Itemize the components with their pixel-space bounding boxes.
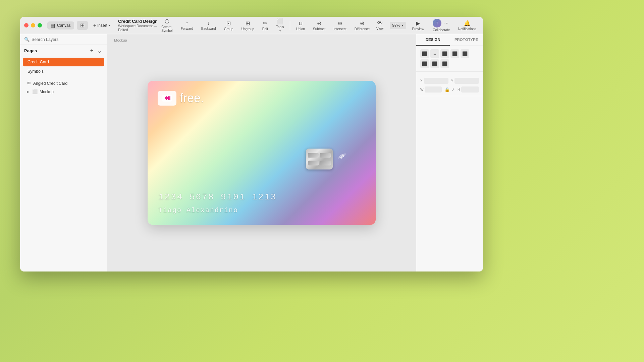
forward-label: Forward — [181, 27, 193, 31]
view-tool[interactable]: 👁 View — [373, 19, 387, 32]
difference-icon: ⊕ — [360, 20, 364, 26]
align-top-button[interactable]: ⬛ — [450, 49, 459, 58]
arrow-icon: ↗ — [451, 87, 455, 92]
create-symbol-icon: ⬡ — [165, 18, 169, 24]
bell-icon: 🔔 — [464, 20, 471, 26]
insert-button[interactable]: + Insert ▾ — [91, 21, 113, 30]
close-button[interactable] — [24, 23, 29, 27]
chip-cell — [308, 153, 319, 158]
tab-prototype[interactable]: PROTOTYPE — [450, 34, 483, 46]
main-content: 🔍 Pages + ⌄ Credit Card Symbols — [20, 34, 483, 272]
alignment-section: ⬛ ≡ ⬛ ⬛ ⬛ ⬛ ⬛ ⬛ — [416, 46, 483, 72]
toolbar-tools: ⬡ Create Symbol ↑ Forward ↓ Backward ⊡ G… — [158, 17, 373, 34]
chip-cell — [320, 161, 331, 165]
tab-design[interactable]: DESIGN — [416, 34, 450, 46]
h-field: H — [458, 86, 479, 93]
page-symbols[interactable]: Symbols — [23, 67, 104, 76]
align-center-v-button[interactable]: ⬛ — [461, 49, 469, 58]
right-panel: DESIGN PROTOTYPE ⬛ ≡ ⬛ ⬛ ⬛ ⬛ ⬛ ⬛ — [416, 34, 483, 272]
union-label: Union — [296, 27, 305, 31]
ungroup-tool[interactable]: ⊞ Ungroup — [238, 19, 257, 32]
x-input[interactable] — [424, 78, 448, 84]
page-credit-card[interactable]: Credit Card — [23, 58, 104, 66]
grid-view-button[interactable]: ⊞ — [77, 21, 88, 30]
avatar-area: T ··· — [433, 19, 450, 27]
group-tool[interactable]: ⊡ Group — [221, 19, 237, 32]
lock-field: 🔒 ↗ — [444, 86, 455, 93]
add-page-button[interactable]: + — [89, 47, 95, 55]
backward-tool[interactable]: ↓ Backward — [198, 19, 219, 32]
chip — [306, 149, 333, 170]
align-center-h-button[interactable]: ≡ — [430, 49, 439, 58]
layer-mockup[interactable]: ▶ ⬜ Mockup — [24, 87, 103, 96]
canvas-button[interactable]: ▤ Canvas — [47, 21, 74, 29]
card-holder-name: Tiago Alexandrino — [158, 206, 238, 214]
align-bottom-button[interactable]: ⬛ — [420, 59, 429, 68]
preview-button[interactable]: ▶ Preview — [409, 19, 428, 32]
distribute-h-button[interactable]: ⬛ — [430, 59, 439, 68]
divider — [290, 21, 290, 30]
layer-angled-credit-card[interactable]: 👁 Angled Credit Card — [24, 79, 103, 87]
x-field: X — [420, 78, 448, 84]
maximize-button[interactable] — [38, 23, 42, 27]
pages-section: Pages + ⌄ — [20, 45, 107, 57]
w-label: W — [420, 88, 423, 92]
more-icon[interactable]: ··· — [443, 20, 450, 26]
chip-row-1 — [308, 153, 331, 158]
toolbar-left: ▤ Canvas ⊞ — [47, 21, 88, 30]
difference-tool[interactable]: ⊕ Difference — [351, 19, 373, 32]
distribute-v-button[interactable]: ⬛ — [440, 59, 449, 68]
card-number: 1234 5678 9101 1213 — [158, 192, 277, 202]
pages-label: Pages — [24, 48, 37, 53]
lock-icon[interactable]: 🔒 — [444, 87, 450, 92]
canvas-area: Mockup ✱ free. — [107, 34, 416, 272]
union-tool[interactable]: ⊔ Union — [293, 19, 308, 32]
chevron-down-icon: ▾ — [108, 23, 110, 27]
plus-icon: + — [93, 22, 96, 28]
w-input[interactable] — [425, 86, 442, 93]
collaborate-button[interactable]: T ··· Collaborate — [430, 17, 452, 33]
doc-subtitle: Workspace Document — Edited — [118, 24, 158, 32]
h-input[interactable] — [461, 86, 479, 93]
zoom-value: 97% — [392, 23, 400, 28]
zoom-control[interactable]: 97% ▾ — [390, 22, 406, 29]
forward-tool[interactable]: ↑ Forward — [177, 19, 197, 32]
canvas-content[interactable]: ✱ free. — [107, 34, 416, 272]
notifications-button[interactable]: 🔔 Notifications — [455, 19, 479, 32]
align-left-button[interactable]: ⬛ — [420, 49, 429, 58]
search-icon: 🔍 — [24, 37, 30, 42]
card-logo-icon: ✱ — [158, 91, 176, 106]
expand-icon[interactable]: ▶ — [27, 90, 30, 94]
doc-title-area: Credit Card Design Workspace Document — … — [118, 19, 158, 32]
zoom-chevron-icon: ▾ — [402, 23, 404, 27]
group-icon: ⊡ — [226, 20, 231, 26]
subtract-tool[interactable]: ⊖ Subtract — [310, 19, 329, 32]
card-logo-text: free. — [180, 91, 204, 105]
forward-icon: ↑ — [185, 20, 188, 26]
group-label: Group — [224, 27, 233, 31]
align-right-button[interactable]: ⬛ — [440, 49, 449, 58]
title-bar: ▤ Canvas ⊞ + Insert ▾ Credit Card Design… — [20, 17, 483, 34]
notifications-label: Notifications — [458, 27, 476, 31]
pages-chevron-icon[interactable]: ⌄ — [96, 47, 103, 55]
nfc-icon — [337, 152, 349, 166]
chip-cell — [308, 161, 319, 165]
edit-tool[interactable]: ✏ Edit — [259, 19, 271, 32]
union-icon: ⊔ — [299, 20, 303, 26]
svg-rect-3 — [169, 96, 170, 100]
intersect-tool[interactable]: ⊗ Intersect — [330, 19, 350, 32]
tools-tool[interactable]: ⬜ Tools ▾ — [273, 17, 287, 34]
tools-icon: ⬜ — [277, 18, 283, 24]
y-label: Y — [451, 79, 453, 83]
panel-tabs: DESIGN PROTOTYPE — [416, 34, 483, 46]
y-input[interactable] — [454, 78, 479, 84]
create-symbol-tool[interactable]: ⬡ Create Symbol — [158, 17, 176, 34]
avatar: T — [433, 19, 441, 27]
tools-label: Tools — [276, 25, 284, 29]
grid-icon: ⊞ — [80, 22, 85, 28]
backward-label: Backward — [201, 27, 216, 31]
minimize-button[interactable] — [31, 23, 35, 27]
search-input[interactable] — [32, 37, 103, 42]
ungroup-label: Ungroup — [241, 27, 254, 31]
svg-rect-2 — [168, 96, 169, 100]
